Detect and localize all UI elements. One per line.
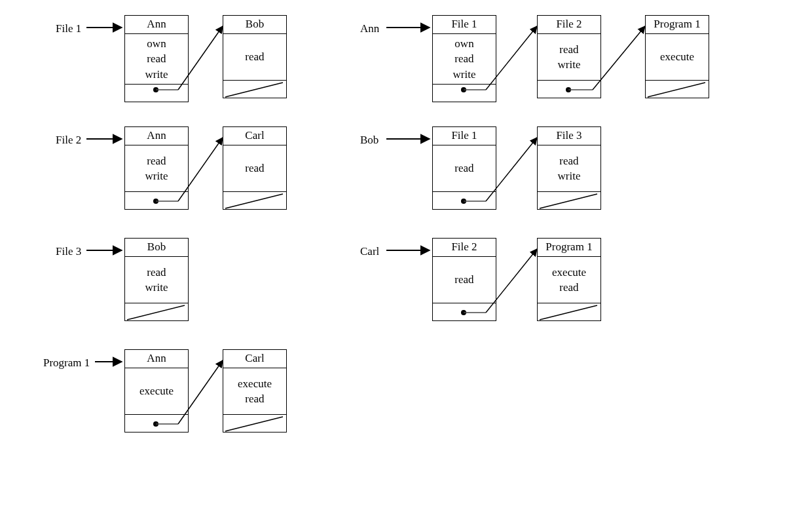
node-title: File 1 xyxy=(433,127,496,145)
left-row-0-node-0: Ann own read write xyxy=(124,15,189,102)
right-row-1-node-1: File 3 read write xyxy=(537,126,601,210)
node-title: Program 1 xyxy=(646,16,709,34)
right-row-0-node-2: Program 1 execute xyxy=(645,15,709,98)
node-title: Bob xyxy=(125,239,188,257)
node-perms: read xyxy=(433,257,496,303)
node-title: Carl xyxy=(223,127,286,145)
right-row-0-node-0: File 1 own read write xyxy=(432,15,496,102)
right-row-1-node-0: File 1 read xyxy=(432,126,496,210)
left-row-2-node-0: Bob read write xyxy=(124,238,189,321)
node-perms: execute xyxy=(125,368,188,415)
node-perms: execute xyxy=(646,34,709,81)
node-perms: read xyxy=(223,34,286,81)
node-next xyxy=(433,192,496,209)
right-row-0-label: Ann xyxy=(360,22,379,35)
node-next xyxy=(646,81,709,98)
node-next xyxy=(538,303,600,320)
node-title: File 1 xyxy=(433,16,496,34)
node-perms: execute read xyxy=(223,368,286,415)
left-row-3-node-1: Carl execute read xyxy=(223,349,287,432)
node-next xyxy=(538,192,600,209)
node-perms: execute read xyxy=(538,257,600,303)
node-perms: own read write xyxy=(433,34,496,85)
node-perms: read write xyxy=(125,257,188,303)
node-title: Bob xyxy=(223,16,286,34)
node-title: File 2 xyxy=(433,239,496,257)
node-next xyxy=(223,81,286,98)
left-row-0-node-1: Bob read xyxy=(223,15,287,98)
left-row-1-label: File 2 xyxy=(56,134,81,147)
node-title: Program 1 xyxy=(538,239,600,257)
node-next xyxy=(125,303,188,320)
right-row-2-node-0: File 2 read xyxy=(432,238,496,321)
node-title: File 3 xyxy=(538,127,600,145)
right-row-0-node-1: File 2 read write xyxy=(537,15,601,98)
node-next xyxy=(125,415,188,432)
node-next xyxy=(125,192,188,209)
node-next xyxy=(433,85,496,102)
node-next xyxy=(223,192,286,209)
left-row-0-label: File 1 xyxy=(56,22,81,35)
node-perms: read write xyxy=(125,145,188,192)
node-perms: own read write xyxy=(125,34,188,85)
node-perms: read xyxy=(433,145,496,192)
left-row-3-node-0: Ann execute xyxy=(124,349,189,432)
node-next xyxy=(125,85,188,102)
node-title: Ann xyxy=(125,350,188,368)
node-next xyxy=(223,415,286,432)
node-next xyxy=(433,303,496,320)
left-row-1-node-1: Carl read xyxy=(223,126,287,210)
node-perms: read xyxy=(223,145,286,192)
left-row-2-label: File 3 xyxy=(56,245,81,258)
node-title: Carl xyxy=(223,350,286,368)
node-next xyxy=(538,81,600,98)
diagram-canvas: File 1 Ann own read write Bob read File … xyxy=(0,0,812,519)
right-row-2-label: Carl xyxy=(360,245,379,258)
node-perms: read write xyxy=(538,145,600,192)
node-title: File 2 xyxy=(538,16,600,34)
node-title: Ann xyxy=(125,127,188,145)
left-row-3-label: Program 1 xyxy=(43,356,90,370)
left-row-1-node-0: Ann read write xyxy=(124,126,189,210)
node-perms: read write xyxy=(538,34,600,81)
node-title: Ann xyxy=(125,16,188,34)
right-row-1-label: Bob xyxy=(360,134,378,147)
right-row-2-node-1: Program 1 execute read xyxy=(537,238,601,321)
